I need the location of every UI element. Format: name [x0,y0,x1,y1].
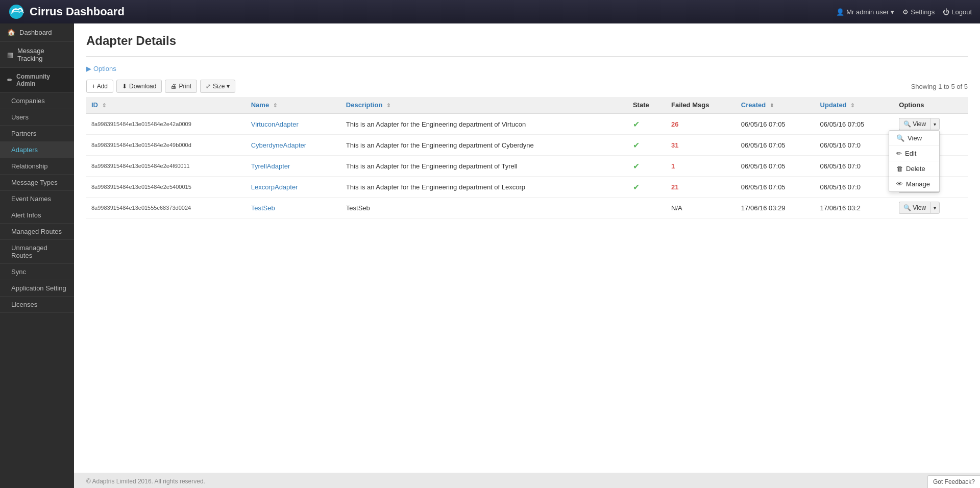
cell-state: ✔ [628,113,666,135]
sidebar-sub-label: Sync [11,268,26,276]
logout-link[interactable]: ⏻ Logout [943,8,972,16]
download-icon: ⬇ [122,83,127,90]
adapter-name-link[interactable]: VirtuconAdapter [251,120,299,128]
manage-icon: 👁 [896,180,903,188]
sidebar-item-managed-routes[interactable]: Managed Routes [0,224,74,240]
view-icon: 🔍 [896,134,904,142]
sort-icon-updated: ⇕ [850,103,854,108]
sidebar-sub-label: Relationship [11,162,48,170]
sidebar-sub-label: Unmanaged Routes [11,244,47,259]
cell-description: TestSeb [341,198,628,218]
sidebar-item-licenses[interactable]: Licenses [0,297,74,313]
cell-created: 06/05/16 07:05 [736,156,815,177]
user-dropdown-icon: ▾ [891,8,894,16]
table-row: 8a9983915484e13e015484e2e42a0009Virtucon… [86,113,968,135]
showing-text: Showing 1 to 5 of 5 [911,83,968,90]
sidebar-sub-label: Managed Routes [11,228,62,235]
failed-count: 1 [671,162,675,170]
cell-updated: 17/06/16 03:2 [815,198,894,218]
settings-link[interactable]: ⚙ Settings [902,8,935,16]
menu-item-view[interactable]: 🔍 View [889,131,939,146]
page-title: Adapter Details [86,34,968,48]
options-btn-group: 🔍 View ▾ 🔍 View ✏ Edit 🗑 Delete [899,118,940,130]
sidebar-item-application-setting[interactable]: Application Setting [0,280,74,297]
cell-state: ✔ [628,156,666,177]
sidebar-item-companies[interactable]: Companies [0,93,74,109]
sidebar-label: Dashboard [19,29,52,36]
menu-item-edit[interactable]: ✏ Edit [889,146,939,161]
sidebar-item-event-names[interactable]: Event Names [0,191,74,207]
feedback-button[interactable]: Got Feedback? [927,475,980,488]
cell-description: This is an Adapter for the Engineering d… [341,177,628,198]
view-button[interactable]: 🔍 View [899,202,930,214]
dropdown-toggle-button[interactable]: ▾ [930,118,940,130]
cell-id: 8a9983915484e13e015484e2e5400015 [86,177,246,198]
adapter-name-link[interactable]: LexcorpAdapter [251,183,298,191]
sidebar-sub-label: Event Names [11,195,51,203]
sidebar-item-alert-infos[interactable]: Alert Infos [0,207,74,224]
add-button[interactable]: + Add [86,80,113,93]
cell-updated: 06/05/16 07:0 [815,177,894,198]
cell-state [628,198,666,218]
sidebar-item-sync[interactable]: Sync [0,264,74,280]
adapter-name-link[interactable]: TestSeb [251,204,275,212]
print-button[interactable]: 🖨 Print [165,80,197,93]
sidebar-item-message-tracking[interactable]: ▦ Message Tracking [0,42,74,68]
cell-created: 06/05/16 07:05 [736,177,815,198]
options-link[interactable]: ▶ Options [86,65,968,72]
user-menu[interactable]: 👤 Mr admin user ▾ [836,8,894,16]
table-header: ID ⇕ Name ⇕ Description ⇕ State Failed M… [86,97,968,113]
size-button[interactable]: ⤢ Size ▾ [200,80,235,93]
sidebar-sub-label: Partners [11,130,36,137]
cell-name: VirtuconAdapter [246,113,341,135]
adapter-name-link[interactable]: TyrellAdapter [251,162,290,170]
menu-item-delete[interactable]: 🗑 Delete [889,161,939,177]
download-button[interactable]: ⬇ Download [116,80,162,93]
col-description[interactable]: Description ⇕ [341,97,628,113]
cell-failed-msgs: 31 [666,135,736,156]
sidebar-item-message-types[interactable]: Message Types [0,175,74,191]
delete-icon: 🗑 [896,165,903,173]
sidebar-item-dashboard[interactable]: 🏠 Dashboard [0,23,74,42]
col-updated[interactable]: Updated ⇕ [815,97,894,113]
col-id[interactable]: ID ⇕ [86,97,246,113]
sidebar-item-relationship[interactable]: Relationship [0,158,74,175]
col-failed-msgs: Failed Msgs [666,97,736,113]
cell-description: This is an Adapter for the Engineering d… [341,113,628,135]
adapter-name-link[interactable]: CyberdyneAdapter [251,141,306,149]
sidebar-sub-label: Users [11,113,29,121]
cell-id: 8a9983915484e13e015484e2e42a0009 [86,113,246,135]
cell-failed-msgs: 21 [666,177,736,198]
sidebar-sub-label: Companies [11,97,45,105]
options-dropdown-menu: 🔍 View ✏ Edit 🗑 Delete 👁 Manage [889,130,940,192]
sidebar-item-partners[interactable]: Partners [0,126,74,142]
col-name[interactable]: Name ⇕ [246,97,341,113]
cell-created: 06/05/16 07:05 [736,113,815,135]
sidebar-item-community-admin[interactable]: ✏ Community Admin [0,68,74,93]
sidebar-sub-label: Application Setting [11,284,66,292]
print-icon: 🖨 [170,83,177,90]
dropdown-toggle-button[interactable]: ▾ [930,202,940,214]
cell-options: 🔍 View ▾ 🔍 View ✏ Edit 🗑 Delete [894,113,968,135]
cell-updated: 06/05/16 07:0 [815,156,894,177]
cell-created: 17/06/16 03:29 [736,198,815,218]
content-area: Adapter Details ▶ Options + Add ⬇ Downlo… [74,23,980,473]
cell-name: TyrellAdapter [246,156,341,177]
cell-id: 8a9983915484e13e01555c68373d0024 [86,198,246,218]
sidebar-item-adapters[interactable]: Adapters [0,142,74,158]
cell-state: ✔ [628,135,666,156]
view-button[interactable]: 🔍 View [899,118,930,130]
sidebar-item-unmanaged-routes[interactable]: Unmanaged Routes [0,240,74,264]
svg-point-0 [9,5,23,19]
layout: 🏠 Dashboard ▦ Message Tracking ✏ Communi… [0,23,980,488]
menu-item-manage[interactable]: 👁 Manage [889,177,939,191]
col-created[interactable]: Created ⇕ [736,97,815,113]
divider [86,56,968,57]
right-nav: 👤 Mr admin user ▾ ⚙ Settings ⏻ Logout [836,8,972,16]
brand-title: Cirrus Dashboard [30,5,125,18]
cell-updated: 06/05/16 07:05 [815,113,894,135]
sidebar-item-users[interactable]: Users [0,109,74,126]
cell-description: This is an Adapter for the Engineering d… [341,135,628,156]
failed-count: 31 [671,141,678,149]
table-body: 8a9983915484e13e015484e2e42a0009Virtucon… [86,113,968,218]
